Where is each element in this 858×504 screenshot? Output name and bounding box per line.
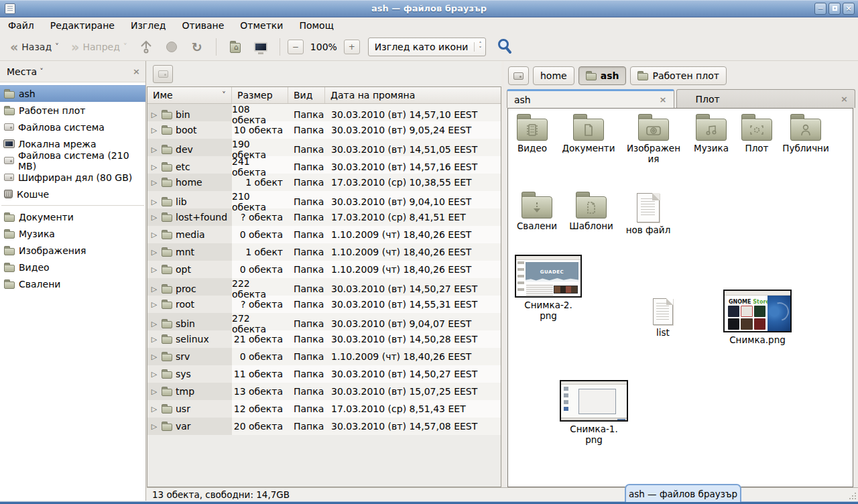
column-header-date[interactable]: Дата на промяна bbox=[325, 87, 501, 103]
tab-close-icon[interactable]: × bbox=[841, 94, 848, 104]
menu-view[interactable]: Изглед bbox=[131, 20, 166, 31]
close-button[interactable]: × bbox=[843, 3, 855, 15]
file-icon-video[interactable]: Видео bbox=[511, 113, 554, 153]
file-icon-list[interactable]: list bbox=[642, 298, 684, 338]
sidebar-item-documents[interactable]: Документи bbox=[0, 208, 145, 225]
expander-icon[interactable]: ▷ bbox=[150, 370, 158, 379]
minimize-button[interactable]: ─ bbox=[814, 3, 826, 15]
expander-icon[interactable]: ▷ bbox=[150, 405, 158, 414]
column-header-name[interactable]: Име˅ bbox=[147, 87, 232, 103]
computer-button[interactable] bbox=[249, 37, 272, 57]
table-row[interactable]: ▷lost+found? обектаПапка17.03.2010 (ср) … bbox=[147, 208, 501, 226]
column-header-type[interactable]: Вид bbox=[288, 87, 325, 103]
maximize-button[interactable] bbox=[829, 3, 841, 15]
resize-grip[interactable] bbox=[849, 492, 857, 500]
file-icon-templates[interactable]: Шаблони bbox=[566, 190, 617, 231]
tab-plot[interactable]: Плот× bbox=[676, 89, 856, 108]
forward-button[interactable]: » Напред ˅ bbox=[66, 39, 132, 55]
expander-icon[interactable]: ▷ bbox=[150, 213, 158, 222]
back-history-dropdown-icon[interactable]: ˅ bbox=[55, 42, 59, 52]
file-icon-desktop[interactable]: Плот bbox=[737, 113, 776, 153]
tree-root-button[interactable] bbox=[153, 65, 173, 83]
table-row[interactable]: ▷dev190 обектаПапка30.03.2010 (вт) 14,51… bbox=[147, 139, 501, 156]
table-row[interactable]: ▷lib210 обектаПапка30.03.2010 (вт) 9,04,… bbox=[147, 191, 501, 208]
file-icon-music[interactable]: Музика bbox=[688, 113, 735, 153]
table-row[interactable]: ▷sbin272 обектаПапка30.03.2010 (вт) 9,04… bbox=[147, 313, 501, 330]
file-icon-snimka-2[interactable]: GUADEC Снимка-2. png bbox=[515, 255, 582, 321]
sidebar-close-icon[interactable]: × bbox=[133, 66, 140, 76]
sidebar-item-downloads[interactable]: Свалени bbox=[0, 275, 145, 292]
taskbar-window-button[interactable]: ash — файлов браузър bbox=[625, 484, 741, 502]
column-header-size[interactable]: Размер bbox=[232, 87, 288, 103]
expander-icon[interactable]: ▷ bbox=[150, 178, 158, 187]
zoom-out-button[interactable]: − bbox=[288, 40, 304, 54]
expander-icon[interactable]: ▷ bbox=[150, 300, 158, 309]
expander-icon[interactable]: ▷ bbox=[150, 285, 158, 294]
sidebar-item-filesystem-210mb[interactable]: Файлова система (210 MB) bbox=[0, 152, 145, 169]
tab-close-icon[interactable]: × bbox=[660, 94, 667, 105]
sidebar-item-desktop[interactable]: Работен плот bbox=[0, 102, 145, 119]
table-row[interactable]: ▷sys11 обектаПапка30.03.2010 (вт) 14,50,… bbox=[147, 365, 501, 383]
expander-icon[interactable]: ▷ bbox=[150, 198, 158, 206]
expander-icon[interactable]: ▷ bbox=[150, 320, 158, 328]
zoom-in-button[interactable]: + bbox=[344, 40, 360, 54]
table-row[interactable]: ▷opt0 обектаПапка1.10.2009 (чт) 18,40,26… bbox=[147, 261, 501, 278]
expander-icon[interactable]: ▷ bbox=[150, 111, 158, 119]
expander-icon[interactable]: ▷ bbox=[150, 265, 158, 274]
file-icon-snimka[interactable]: GNOME Store Снимка.png bbox=[723, 290, 792, 345]
table-row[interactable]: ▷mnt1 обектПапка1.10.2009 (чт) 18,40,26 … bbox=[147, 243, 501, 261]
table-row[interactable]: ▷tmp13 обектаПапка30.03.2010 (вт) 15,07,… bbox=[147, 383, 501, 400]
expander-icon[interactable]: ▷ bbox=[150, 145, 158, 154]
sidebar-item-music[interactable]: Музика bbox=[0, 225, 145, 242]
back-button[interactable]: « Назад ˅ bbox=[5, 39, 64, 55]
stop-button[interactable] bbox=[160, 37, 183, 57]
table-row[interactable]: ▷boot10 обектаПапка30.03.2010 (вт) 9,05,… bbox=[147, 121, 501, 139]
sidebar-item-video[interactable]: Видео bbox=[0, 259, 145, 275]
file-icon-pictures[interactable]: Изображен ия bbox=[624, 113, 683, 164]
expander-icon[interactable]: ▷ bbox=[150, 422, 158, 431]
file-icon-new-file[interactable]: нов файл bbox=[622, 193, 674, 235]
home-button[interactable]: ⌂ bbox=[224, 37, 247, 57]
sidebar-item-pictures[interactable]: Изображения bbox=[0, 242, 145, 259]
path-root-button[interactable] bbox=[508, 66, 529, 85]
file-icon-documents[interactable]: Документи bbox=[557, 113, 620, 153]
path-ash-button[interactable]: ash bbox=[578, 66, 627, 85]
table-row[interactable]: ▷proc222 обектаПапка30.03.2010 (вт) 14,5… bbox=[147, 278, 501, 296]
table-row[interactable]: ▷home1 обектПапка17.03.2010 (ср) 10,38,5… bbox=[147, 174, 501, 191]
expander-icon[interactable]: ▷ bbox=[150, 231, 158, 239]
menu-edit[interactable]: Редактиране bbox=[50, 20, 115, 31]
path-desktop-button[interactable]: Работен плот bbox=[630, 66, 726, 85]
table-row[interactable]: ▷etc241 обектаПапка30.03.2010 (вт) 14,57… bbox=[147, 156, 501, 174]
sidebar-item-home[interactable]: ash bbox=[0, 85, 145, 102]
tab-ash[interactable]: ash× bbox=[507, 89, 674, 108]
table-row[interactable]: ▷media0 обектаПапка1.10.2009 (чт) 18,40,… bbox=[147, 226, 501, 243]
search-button[interactable] bbox=[497, 38, 513, 56]
menu-file[interactable]: Файл bbox=[8, 20, 34, 31]
sidebar-item-encrypted[interactable]: Шифриран дял (80 GB) bbox=[0, 169, 145, 186]
view-mode-select[interactable]: Изглед като икони ˄˅ bbox=[368, 38, 487, 56]
file-icon-downloads[interactable]: Свалени bbox=[512, 190, 562, 231]
path-home-button[interactable]: home bbox=[533, 66, 574, 85]
table-row[interactable]: ▷root? обектаПапка30.03.2010 (вт) 14,55,… bbox=[147, 296, 501, 313]
expander-icon[interactable]: ▷ bbox=[150, 335, 158, 344]
menu-go[interactable]: Отиване bbox=[182, 20, 224, 31]
sidebar-item-filesystem[interactable]: Файлова система bbox=[0, 119, 145, 135]
table-row[interactable]: ▷bin108 обектаПапка30.03.2010 (вт) 14,57… bbox=[147, 104, 501, 121]
file-icon-public[interactable]: Публични bbox=[780, 113, 831, 153]
expander-icon[interactable]: ▷ bbox=[150, 248, 158, 257]
menu-bookmarks[interactable]: Отметки bbox=[240, 20, 283, 31]
expander-icon[interactable]: ▷ bbox=[150, 353, 158, 361]
expander-icon[interactable]: ▷ bbox=[150, 163, 158, 172]
sidebar-mode-select[interactable]: Места bbox=[7, 66, 37, 77]
menu-help[interactable]: Помощ bbox=[299, 20, 333, 31]
expander-icon[interactable]: ▷ bbox=[150, 387, 158, 396]
file-icon-snimka-1[interactable]: Снимка-1. png bbox=[559, 380, 629, 445]
table-row[interactable]: ▷srv0 обектаПапка1.10.2009 (чт) 18,40,26… bbox=[147, 348, 501, 365]
up-button[interactable] bbox=[135, 37, 158, 57]
expander-icon[interactable]: ▷ bbox=[150, 126, 158, 135]
reload-button[interactable]: ↻ bbox=[186, 37, 208, 57]
sidebar-item-trash[interactable]: Кошче bbox=[0, 186, 145, 202]
table-row[interactable]: ▷usr12 обектаПапка17.03.2010 (ср) 8,51,4… bbox=[147, 400, 501, 418]
table-row[interactable]: ▷selinux21 обектаПапка30.03.2010 (вт) 14… bbox=[147, 330, 501, 348]
table-row[interactable]: ▷var20 обектаПапка30.03.2010 (вт) 14,57,… bbox=[147, 418, 501, 435]
